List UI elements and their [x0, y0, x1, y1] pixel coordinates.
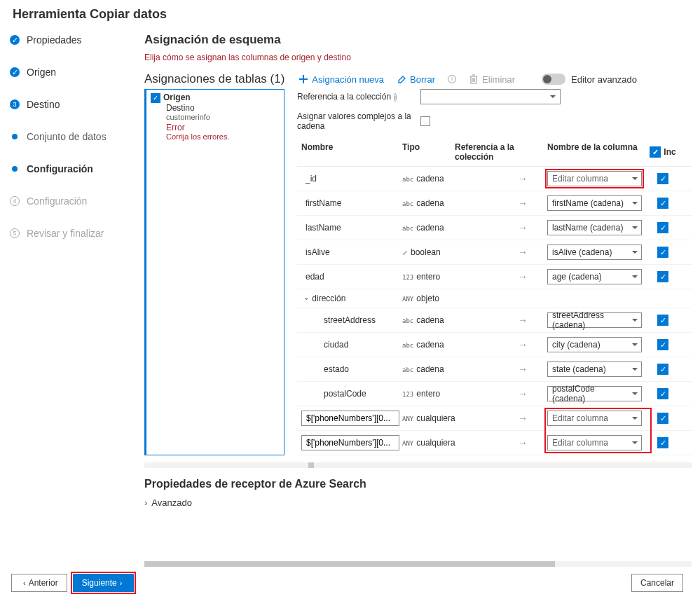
include-checkbox[interactable]: ✓ [657, 315, 668, 326]
column-select[interactable]: isAlive (cadena) [547, 245, 642, 260]
include-checkbox[interactable]: ✓ [657, 437, 668, 448]
arrow-right-icon: → [518, 388, 528, 399]
step-destination[interactable]: 3Destino [10, 99, 140, 110]
table-row: _idabccadena→Editar columna✓ [297, 167, 692, 191]
include-checkbox[interactable]: ✓ [657, 173, 668, 184]
check-icon[interactable]: ✓ [650, 146, 661, 158]
step-label: Conjunto de datos [27, 131, 107, 142]
type-cell: 123entero [402, 272, 455, 282]
advanced-expander[interactable]: ›Avanzado [144, 497, 692, 508]
include-checkbox[interactable]: ✓ [657, 198, 668, 209]
arrow-right-icon: → [518, 173, 528, 184]
column-select[interactable]: Editar columna [547, 171, 642, 186]
toggle-label: Editor avanzado [571, 74, 637, 85]
name-text: firstName [301, 198, 341, 208]
advanced-editor-toggle[interactable]: Editor avanzado [542, 74, 637, 85]
column-select[interactable]: firstName (cadena) [547, 195, 642, 211]
table-row: isAlive⤢boolean→isAlive (cadena)✓ [297, 240, 692, 265]
column-select[interactable]: Editar columna [547, 435, 642, 450]
arrow-right-icon: → [518, 271, 528, 282]
include-checkbox[interactable]: ✓ [657, 339, 668, 350]
complex-values-checkbox[interactable] [420, 116, 430, 126]
wizard-sidebar: Propiedades Origen 3Destino Conjunto de … [0, 27, 140, 567]
include-checkbox[interactable]: ✓ [657, 247, 668, 258]
footer: ‹Anterior Siguiente› Cancelar [0, 567, 700, 599]
collection-ref-select[interactable] [420, 89, 561, 104]
table-mappings-title: Asignaciones de tablas (1) [144, 72, 284, 86]
hscroll-main[interactable] [144, 561, 692, 567]
eraser-icon [397, 74, 406, 84]
page-title: Herramienta Copiar datos [0, 0, 700, 27]
trash-icon [469, 74, 479, 84]
include-checkbox[interactable]: ✓ [657, 364, 668, 375]
type-cell: 123entero [402, 389, 455, 399]
table-row: lastNameabccadena→lastName (cadena)✓ [297, 216, 692, 240]
name-text: streetAddress [301, 315, 376, 325]
column-select[interactable]: age (cadena) [547, 269, 642, 284]
arrow-right-icon: → [518, 364, 528, 375]
column-select[interactable]: city (cadena) [547, 337, 642, 352]
clear-button[interactable]: Borrar [397, 74, 435, 85]
name-text: ciudad [301, 340, 348, 350]
column-select[interactable]: lastName (cadena) [547, 220, 642, 235]
column-select[interactable]: postalCode (cadena) [547, 386, 642, 401]
cancel-button[interactable]: Cancelar [631, 574, 683, 592]
type-cell: ⤢boolean [402, 247, 455, 257]
name-text: edad [301, 272, 324, 282]
header-include[interactable]: ✓Inc [649, 142, 677, 162]
column-select[interactable]: streetAddress (cadena) [547, 312, 642, 328]
include-checkbox[interactable]: ✓ [657, 388, 668, 399]
step-configuration[interactable]: Configuración [10, 163, 140, 174]
type-cell: ANYcualquiera [402, 413, 455, 423]
step-source[interactable]: Origen [10, 67, 140, 78]
type-cell: abccadena [402, 198, 455, 208]
btn-label: Asignación nueva [312, 74, 384, 85]
step-label: Propiedades [27, 34, 82, 46]
name-text: lastName [301, 223, 341, 233]
type-cell: abccadena [402, 223, 455, 233]
name-input[interactable] [301, 411, 399, 426]
header-type: Tipo [402, 142, 455, 162]
arrow-right-icon: → [518, 198, 528, 209]
column-select[interactable]: Editar columna [547, 411, 642, 426]
table-row: edad123entero→age (cadena)✓ [297, 265, 692, 289]
table-row: ciudadabccadena→city (cadena)✓ [297, 333, 692, 357]
type-cell: ANYobjeto [402, 294, 455, 303]
chevron-right-icon: › [144, 497, 147, 508]
hscroll[interactable] [144, 462, 692, 468]
type-cell: abccadena [402, 174, 455, 184]
column-select[interactable]: state (cadena) [547, 361, 642, 377]
include-checkbox[interactable]: ✓ [657, 271, 668, 282]
include-checkbox[interactable]: ✓ [657, 222, 668, 233]
header-column: Nombre de la columna [547, 142, 649, 162]
include-checkbox[interactable]: ✓ [657, 413, 668, 424]
table-row: ›direcciónANYobjeto [297, 289, 692, 308]
toggle-switch[interactable] [542, 74, 565, 85]
step-config2: 4Configuración [10, 195, 140, 207]
prev-button[interactable]: ‹Anterior [11, 574, 67, 592]
mapping-grid: Nombre Tipo Referencia a la colección No… [297, 138, 692, 455]
next-button[interactable]: Siguiente› [73, 574, 135, 592]
step-review: 5Revisar y finalizar [10, 228, 140, 239]
chevron-down-icon[interactable]: › [303, 298, 310, 300]
table-row: ANYcualquiera→Editar columna✓ [297, 406, 692, 431]
step-label: Revisar y finalizar [27, 228, 104, 239]
step-dataset[interactable]: Conjunto de datos [10, 131, 140, 142]
name-text: postalCode [301, 389, 366, 399]
step-properties[interactable]: Propiedades [10, 34, 140, 46]
chevron-right-icon: › [120, 579, 123, 587]
btn-label: Borrar [410, 74, 435, 85]
type-cell: ANYcualquiera [402, 438, 455, 448]
error-label: Error [151, 123, 280, 132]
plus-icon [298, 74, 308, 84]
complex-values-label: Asignar valores complejos a la cadena [297, 111, 420, 131]
name-text: _id [301, 174, 317, 184]
new-mapping-button[interactable]: Asignación nueva [298, 74, 384, 85]
check-icon: ✓ [151, 93, 160, 103]
step-label: Origen [27, 67, 56, 78]
type-cell: abccadena [402, 315, 455, 325]
table-mapping-card[interactable]: ✓Origen Destino customerinfo Error Corri… [144, 89, 284, 455]
name-input[interactable] [301, 435, 399, 450]
info-icon: i [448, 75, 456, 83]
type-cell: abccadena [402, 340, 455, 350]
